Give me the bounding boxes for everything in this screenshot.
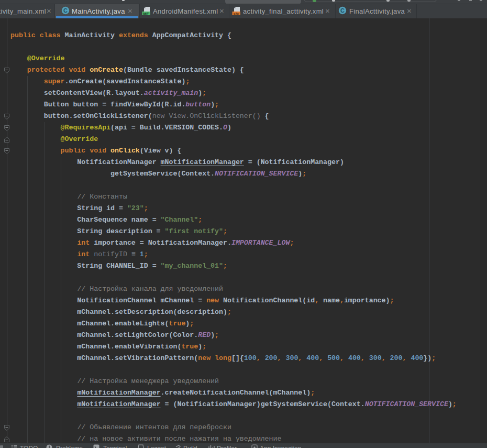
svg-text:C: C xyxy=(340,7,345,14)
svg-text:</>: </> xyxy=(234,12,239,16)
svg-text:C: C xyxy=(63,7,68,14)
svg-text:MF: MF xyxy=(143,12,149,16)
